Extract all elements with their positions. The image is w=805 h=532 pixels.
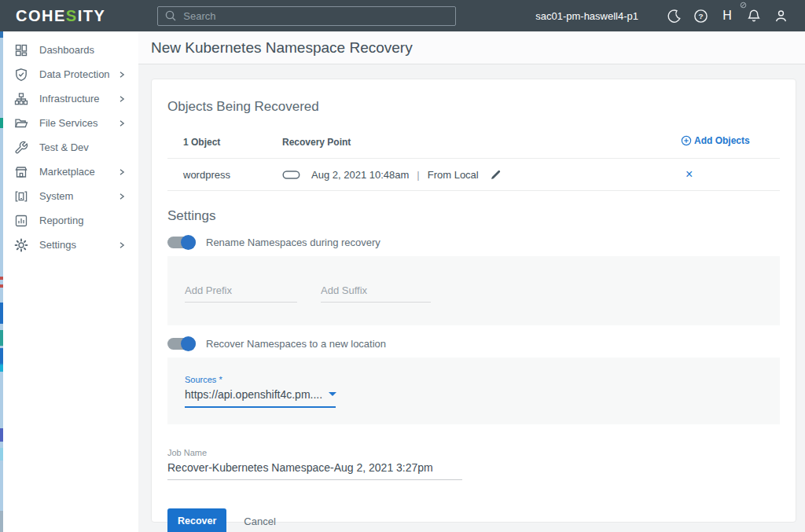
sidebar-item-label: File Services	[39, 117, 118, 129]
sidebar-item-dashboards[interactable]: Dashboards	[0, 38, 138, 62]
separator: |	[417, 169, 419, 181]
new-location-panel: Sources * https://api.openshift4c.pm....	[167, 358, 780, 424]
folder-open-icon	[14, 116, 28, 130]
health-letter: H	[722, 9, 732, 23]
page-title: New Kubernetes Namespace Recovery	[151, 39, 413, 57]
search-icon	[164, 9, 177, 22]
sidebar-item-marketplace[interactable]: Marketplace	[0, 160, 138, 184]
object-name: wordpress	[183, 169, 282, 181]
rename-toggle-label: Rename Namespaces during recovery	[206, 237, 380, 248]
add-suffix-input[interactable]	[321, 280, 431, 303]
toggle-knob	[181, 235, 196, 250]
rename-toggle-row: Rename Namespaces during recovery	[167, 237, 780, 248]
logo-text: COHE	[16, 7, 66, 24]
sidebar-item-label: System	[39, 190, 118, 202]
topbar-right: sac01-pm-haswell4-p1 ? H	[535, 6, 794, 26]
sidebar-item-reporting[interactable]: Reporting	[0, 208, 138, 233]
sidebar-item-settings[interactable]: Settings	[0, 233, 138, 257]
chevron-right-icon	[118, 193, 126, 200]
sidebar-item-label: Marketplace	[39, 166, 118, 178]
form-actions: Recover Cancel	[167, 508, 780, 532]
cluster-name[interactable]: sac01-pm-haswell4-p1	[535, 10, 638, 22]
sidebar-item-data-protection[interactable]: Data Protection	[0, 62, 138, 86]
circle-plus-icon	[681, 135, 692, 146]
sources-label: Sources *	[185, 375, 780, 384]
svg-text:?: ?	[698, 12, 703, 20]
notifications-bell-icon[interactable]	[741, 6, 767, 26]
chevron-right-icon	[118, 95, 126, 103]
namespace-capsule-icon	[282, 169, 300, 181]
job-name-field: Job Name	[167, 448, 780, 480]
recovery-point-source: From Local	[428, 169, 479, 181]
recovery-form-card: Objects Being Recovered 1 Object Recover…	[151, 79, 796, 523]
toggle-knob	[181, 336, 196, 351]
page-header: New Kubernetes Namespace Recovery	[138, 31, 805, 64]
main-content: New Kubernetes Namespace Recovery Object…	[138, 31, 805, 532]
cancel-button[interactable]: Cancel	[244, 515, 275, 527]
pencil-icon	[490, 169, 502, 181]
location-toggle-label: Recover Namespaces to a new location	[206, 338, 386, 350]
logo-accent-s: S	[66, 7, 78, 24]
remove-object-button[interactable]: ×	[681, 166, 697, 182]
rename-namespaces-toggle[interactable]	[167, 237, 196, 248]
chevron-right-icon	[118, 119, 126, 127]
storefront-icon	[14, 165, 28, 179]
recovery-point-time: Aug 2, 2021 10:48am	[311, 169, 409, 181]
user-icon[interactable]	[767, 6, 794, 26]
global-search[interactable]	[157, 6, 456, 26]
chevron-right-icon	[118, 241, 126, 249]
column-recovery-point: Recovery Point	[282, 137, 681, 148]
sidebar-item-label: Infrastructure	[39, 93, 118, 105]
job-name-label: Job Name	[167, 448, 780, 457]
sidebar-item-test-and-dev[interactable]: Test & Dev	[0, 135, 138, 160]
objects-table-header: 1 Object Recovery Point Add Objects	[167, 126, 780, 159]
recover-button[interactable]: Recover	[167, 508, 226, 532]
sidebar-item-file-services[interactable]: File Services	[0, 111, 138, 135]
top-bar: COHESITY sac01-pm-haswell4-p1 ? H	[0, 0, 805, 31]
sidebar-nav: Dashboards Data Protection Infrastructur…	[0, 31, 138, 532]
wrench-icon	[14, 141, 28, 155]
chevron-right-icon	[118, 71, 126, 79]
column-object-count: 1 Object	[183, 137, 282, 148]
dashboards-icon	[14, 43, 28, 57]
activity-stripe	[0, 31, 3, 532]
sitemap-icon	[14, 92, 28, 106]
search-input[interactable]	[183, 10, 449, 22]
sources-dropdown[interactable]: https://api.openshift4c.pm....	[185, 388, 336, 408]
cohesity-logo[interactable]: COHESITY	[16, 7, 105, 25]
sidebar-item-label: Test & Dev	[39, 141, 126, 153]
add-objects-label: Add Objects	[694, 135, 750, 146]
add-prefix-input[interactable]	[185, 280, 297, 303]
help-icon[interactable]: ?	[687, 6, 714, 26]
logo-text-tail: ITY	[78, 7, 106, 24]
chevron-right-icon	[118, 168, 126, 176]
job-name-input[interactable]	[167, 457, 462, 480]
sources-selected-value: https://api.openshift4c.pm....	[185, 388, 322, 401]
bar-chart-icon	[14, 214, 28, 228]
rename-options-panel	[167, 256, 780, 325]
edit-recovery-point-button[interactable]	[490, 169, 502, 181]
gear-icon	[14, 238, 28, 252]
recover-to-new-location-toggle[interactable]	[167, 338, 196, 350]
settings-section-heading: Settings	[167, 208, 780, 224]
system-node-icon	[14, 189, 28, 204]
location-toggle-row: Recover Namespaces to a new location	[167, 338, 780, 350]
shield-check-icon	[14, 68, 28, 82]
add-objects-button[interactable]: Add Objects	[681, 135, 750, 146]
object-row-wordpress: wordpress Aug 2, 2021 10:48am | From Loc…	[167, 159, 780, 191]
sidebar-item-label: Reporting	[39, 215, 126, 226]
objects-section-heading: Objects Being Recovered	[167, 79, 780, 115]
dark-mode-moon-icon[interactable]	[660, 6, 687, 26]
health-status-icon[interactable]: H	[714, 6, 741, 26]
sidebar-item-infrastructure[interactable]: Infrastructure	[0, 86, 138, 111]
caret-down-icon	[329, 392, 336, 396]
sidebar-item-label: Settings	[39, 239, 118, 251]
sidebar-item-system[interactable]: System	[0, 184, 138, 208]
sidebar-item-label: Dashboards	[39, 44, 126, 56]
sidebar-item-label: Data Protection	[39, 68, 118, 80]
screen: COHESITY sac01-pm-haswell4-p1 ? H	[0, 0, 805, 532]
